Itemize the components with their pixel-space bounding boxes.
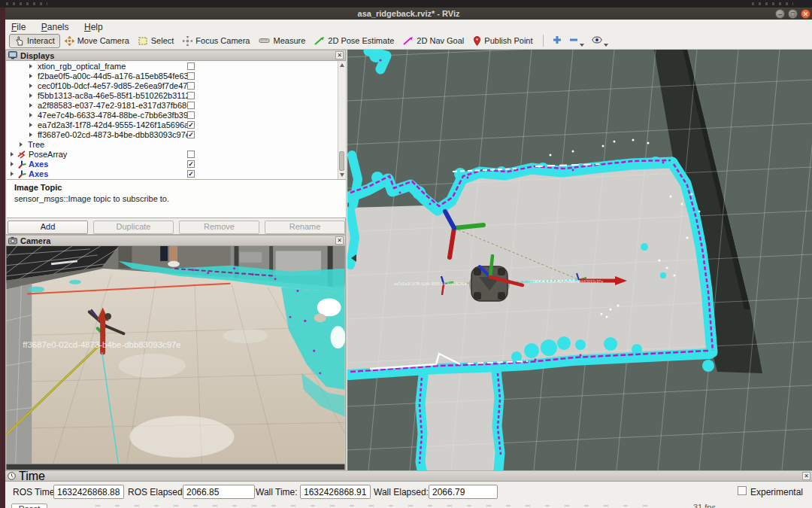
scrollbar-thumb[interactable] — [339, 151, 344, 171]
wall-time-input[interactable] — [300, 485, 371, 499]
description-body: sensor_msgs::Image topic to subscribe to… — [14, 194, 169, 203]
plus-icon — [553, 34, 562, 47]
row-checkbox[interactable] — [187, 82, 195, 90]
displays-panel: Displays ✕ xtion_rgb_optical_frame f2bae… — [5, 50, 346, 235]
tree-row[interactable]: f5bb1313-ac8a-46e5-85f1-b510262b3112 — [7, 91, 346, 101]
pose-estimate-arrow-icon — [314, 36, 325, 45]
move-camera-icon — [65, 36, 74, 46]
tree-row[interactable]: Axes — [7, 160, 346, 169]
remove-button[interactable]: Remove — [179, 221, 259, 234]
time-panel-header[interactable]: Time ✕ — [5, 471, 812, 482]
tree-row[interactable]: 47ee7c4b-6633-4784-88be-c7bb6e3fb39e — [7, 111, 346, 120]
ros-time-input[interactable] — [53, 485, 124, 499]
status-row: Reset 31 fps — [5, 502, 812, 508]
window-title: asa_ridgeback.rviz* - RViz — [5, 8, 812, 20]
experimental-label: Experimental — [750, 487, 803, 497]
reset-button[interactable]: Reset — [11, 503, 47, 508]
window-titlebar[interactable]: asa_ridgeback.rviz* - RViz – □ ✕ — [5, 8, 812, 20]
frame-label-small-axes: ea7d2a3f-1f78-42d4-9555-1426f1a5696a — [394, 282, 467, 286]
maximize-button[interactable]: □ — [788, 9, 798, 19]
row-checkbox[interactable] — [187, 111, 195, 119]
publish-point-pin-icon — [473, 36, 481, 46]
nav-goal-arrow-icon — [403, 36, 414, 45]
experimental-checkbox[interactable] — [738, 486, 747, 495]
time-panel: Time ✕ ROS Time: ROS Elapsed: Wall Time:… — [5, 470, 812, 508]
tool-properties-button[interactable] — [588, 32, 612, 49]
menu-bar: File Panels Help — [5, 20, 812, 32]
scroll-down-icon[interactable] — [340, 173, 344, 177]
tree-row[interactable]: PoseArray — [7, 150, 346, 160]
camera-left-margin — [7, 284, 32, 470]
displays-close-icon[interactable]: ✕ — [335, 51, 344, 59]
minus-icon — [569, 34, 578, 47]
tool-interact[interactable]: Interact — [9, 34, 60, 48]
camera-image: ff3687e0-02cd-4873-b4be-dbb83093c97e — [6, 246, 345, 470]
displays-button-row: Add Duplicate Remove Rename — [7, 221, 346, 234]
row-checkbox[interactable] — [187, 72, 195, 80]
tool-publish-point[interactable]: Publish Point — [468, 35, 537, 47]
select-icon — [138, 36, 148, 46]
tool-2d-pose-estimate[interactable]: 2D Pose Estimate — [310, 35, 398, 47]
row-checkbox[interactable] — [187, 131, 195, 138]
close-button[interactable]: ✕ — [801, 9, 810, 19]
3d-scene: ea7d2a3f-1f78-42d4-9555-1426f1a5696a ff3… — [347, 50, 812, 470]
row-checkbox[interactable] — [187, 62, 195, 70]
camera-viewport[interactable]: ff3687e0-02cd-4873-b4be-dbb83093c97e — [6, 246, 345, 470]
eye-icon — [592, 34, 602, 47]
tree-row[interactable]: a2f88583-e037-47e2-9181-e317d37fb680 — [7, 101, 346, 111]
wall-elapsed-input[interactable] — [429, 485, 498, 499]
tool-2d-nav-goal[interactable]: 2D Nav Goal — [398, 35, 468, 47]
tree-scrollbar[interactable] — [338, 61, 346, 179]
tree-row[interactable]: f2bae0f5-a00c-44d5-a176-a15eb854fe63 — [7, 71, 346, 81]
remove-tool-button[interactable] — [565, 32, 588, 49]
ros-time-label: ROS Time: — [13, 487, 57, 497]
row-checkbox[interactable] — [187, 151, 195, 158]
rviz-window: asa_ridgeback.rviz* - RViz – □ ✕ File Pa… — [5, 8, 812, 508]
clock-icon — [8, 470, 16, 483]
add-tool-button[interactable] — [549, 32, 565, 49]
frame-label-goal: ff3687e0-02cd-4873-b4be-dbb83093c97e — [530, 280, 603, 284]
duplicate-button[interactable]: Duplicate — [93, 221, 174, 234]
focus-camera-icon — [183, 36, 192, 46]
tool-select[interactable]: Select — [134, 35, 179, 47]
scroll-up-icon[interactable] — [340, 63, 344, 67]
tree-row[interactable]: Tree — [7, 140, 346, 150]
tool-focus-camera[interactable]: Focus Camera — [178, 35, 254, 47]
displays-panel-header[interactable]: Displays ✕ — [6, 50, 345, 61]
chevron-down-icon — [580, 44, 584, 47]
row-checkbox[interactable] — [187, 92, 195, 99]
ros-elapsed-label: ROS Elapsed: — [128, 487, 185, 497]
toolbar-separator — [543, 35, 544, 47]
wall-elapsed-label: Wall Elapsed: — [374, 487, 429, 497]
row-checkbox[interactable] — [187, 160, 195, 168]
camera-close-icon[interactable]: ✕ — [335, 236, 344, 245]
row-checkbox[interactable] — [187, 102, 195, 109]
tree-row[interactable]: cec0f10b-0dcf-4e57-9d85-2e6ea9f7de47 — [7, 81, 346, 91]
displays-tree: xtion_rgb_optical_frame f2bae0f5-a00c-44… — [7, 61, 346, 179]
tree-row[interactable]: Axes — [7, 169, 346, 179]
system-top-strip — [0, 0, 812, 8]
minimize-button[interactable]: – — [775, 9, 785, 19]
ros-elapsed-input[interactable] — [183, 485, 255, 499]
tree-row[interactable]: ff3687e0-02cd-4873-b4be-dbb83093c97e — [7, 130, 346, 140]
tool-move-camera[interactable]: Move Camera — [60, 35, 134, 47]
camera-panel-header[interactable]: Camera ✕ — [6, 236, 345, 246]
row-checkbox[interactable] — [187, 121, 195, 129]
camera-panel-title: Camera — [20, 236, 50, 245]
tree-row[interactable]: xtion_rgb_optical_frame — [7, 62, 346, 71]
tool-measure[interactable]: Measure — [254, 35, 310, 47]
time-close-icon[interactable]: ✕ — [802, 472, 810, 480]
row-checkbox[interactable] — [187, 170, 195, 178]
3d-viewport[interactable]: ea7d2a3f-1f78-42d4-9555-1426f1a5696a ff3… — [347, 50, 812, 470]
desktop-background — [0, 8, 5, 508]
rename-button[interactable]: Rename — [265, 221, 345, 234]
tree-row[interactable]: ea7d2a3f-1f78-42d4-9555-1426f1a5696a — [7, 120, 346, 130]
system-indicators-right — [752, 2, 793, 5]
measure-icon — [259, 37, 270, 44]
wall-time-label: Wall Time: — [256, 487, 298, 497]
hand-icon — [14, 36, 24, 46]
description-title: Image Topic — [14, 183, 62, 192]
add-button[interactable]: Add — [8, 221, 88, 234]
main-area: Displays ✕ xtion_rgb_optical_frame f2bae… — [5, 50, 812, 470]
status-message — [95, 505, 659, 506]
